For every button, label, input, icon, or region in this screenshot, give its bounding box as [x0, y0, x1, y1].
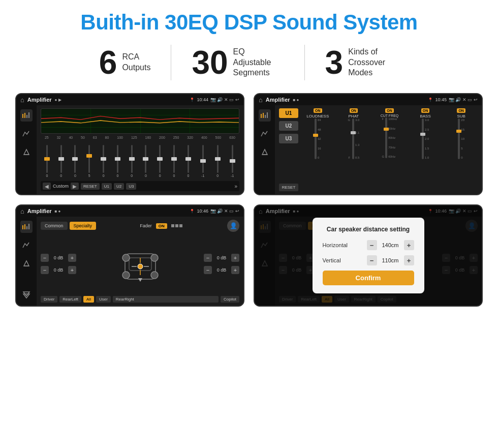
- crossover-icon-3[interactable]: [259, 146, 271, 158]
- crossover-dots: ■ ●: [293, 98, 299, 102]
- fader-vol1-minus[interactable]: −: [41, 254, 49, 262]
- fader-vol-row-1: − 0 dB +: [41, 254, 76, 262]
- fader-vol2-plus[interactable]: +: [68, 266, 76, 274]
- fader-vol4-minus[interactable]: −: [204, 266, 212, 274]
- dialog-horizontal-plus[interactable]: +: [404, 240, 414, 250]
- stat-number-eq: 30: [192, 46, 228, 79]
- screen-crossover: ⌂ Amplifier ■ ● 📍 10:45 📷 🔊 ✕ ▭ ↩: [254, 93, 483, 195]
- eq-slider-13[interactable]: 0: [216, 143, 219, 179]
- crossover-status-icons: 📷 🔊 ✕ ▭ ↩: [449, 97, 478, 102]
- crossover-u1[interactable]: U1: [279, 108, 298, 118]
- dialog-horizontal-value: 140cm: [379, 242, 402, 248]
- eq-slider-2[interactable]: 0: [60, 143, 62, 179]
- fader-tab-specialty[interactable]: Specialty: [70, 222, 97, 230]
- fader-user-btn[interactable]: User: [96, 296, 111, 303]
- dialog-horizontal-control: − 140cm +: [367, 240, 414, 250]
- fader-time: 10:46: [197, 208, 208, 214]
- dialog-vertical-label: Vertical: [323, 257, 341, 263]
- fader-copilot-btn[interactable]: Copilot: [221, 296, 239, 303]
- fader-rearleft-btn[interactable]: RearLeft: [59, 296, 81, 303]
- eq-slider-9[interactable]: 0: [159, 143, 161, 179]
- eq-slider-12[interactable]: -1: [201, 143, 204, 179]
- eq-slider-5[interactable]: 0: [103, 143, 105, 179]
- svg-point-27: [122, 272, 130, 279]
- crossover-icon-2[interactable]: [259, 128, 271, 140]
- fader-app-title: Amplifier: [27, 208, 52, 214]
- fader-vol-row-3: − 0 dB +: [204, 254, 239, 262]
- dialog-horizontal-row: Horizontal − 140cm +: [323, 240, 414, 250]
- eq-slider-1[interactable]: 0: [46, 143, 48, 179]
- dialog-horizontal-minus[interactable]: −: [367, 240, 377, 250]
- eq-slider-10[interactable]: 0: [173, 143, 175, 179]
- home-icon[interactable]: ⌂: [20, 96, 24, 104]
- eq-u1-btn[interactable]: U1: [102, 183, 112, 190]
- dialog-vertical-value: 110cm: [379, 257, 402, 263]
- crossover-home-icon[interactable]: ⌂: [259, 96, 263, 104]
- fader-icon-4[interactable]: [20, 289, 33, 302]
- eq-slider-7[interactable]: 0: [131, 143, 133, 179]
- fader-vol4-plus[interactable]: +: [231, 266, 239, 274]
- dialog-horizontal-label: Horizontal: [323, 242, 348, 248]
- fader-vol1-plus[interactable]: +: [68, 254, 76, 262]
- crossover-u2[interactable]: U2: [279, 121, 298, 131]
- fader-side-panel: [16, 217, 37, 306]
- fader-icon-2[interactable]: [20, 239, 33, 251]
- eq-icon-2[interactable]: [20, 128, 33, 140]
- dialog-overlay: Car speaker distance setting Horizontal …: [255, 205, 482, 306]
- fader-icon-1[interactable]: [20, 221, 33, 233]
- eq-slider-14[interactable]: -1: [231, 143, 234, 179]
- fader-all-btn[interactable]: All: [83, 296, 94, 303]
- fader-vol3-plus[interactable]: +: [231, 254, 239, 262]
- eq-next-btn[interactable]: ▶: [71, 183, 79, 190]
- fader-vol3-minus[interactable]: −: [204, 254, 212, 262]
- fader-dots: ■ ●: [55, 209, 61, 214]
- fader-profile-icon[interactable]: 👤: [227, 220, 239, 232]
- dialog-vertical-control: − 110cm +: [367, 255, 414, 265]
- fader-home-icon[interactable]: ⌂: [20, 207, 24, 215]
- eq-slider-4[interactable]: 5: [88, 143, 90, 179]
- crossover-status-bar: ⌂ Amplifier ■ ● 📍 10:45 📷 🔊 ✕ ▭ ↩: [255, 94, 482, 105]
- eq-icon-3[interactable]: [20, 146, 33, 158]
- eq-slider-8[interactable]: 0: [145, 143, 147, 179]
- pin-icon: 📍: [190, 98, 195, 102]
- fader-rearright-btn[interactable]: RearRight: [113, 296, 219, 303]
- crossover-content: U1 U2 U3 RESET ON LOUDNESS: [255, 105, 482, 194]
- eq-content: 253240506380100125160200250320400500630 …: [16, 105, 243, 194]
- eq-u2-btn[interactable]: U2: [114, 183, 124, 190]
- fader-content: Common Specialty Fader ON 👤: [16, 217, 243, 306]
- fader-icon-3[interactable]: [20, 257, 33, 270]
- car-speaker-dialog: Car speaker distance setting Horizontal …: [313, 218, 424, 293]
- fader-top-row: Common Specialty Fader ON 👤: [41, 220, 239, 232]
- fader-tab-common[interactable]: Common: [41, 222, 68, 230]
- screen-dialog: ⌂ Amplifier ■ ● 📍 10:46 📷 🔊 ✕ ▭ ↩: [254, 204, 483, 307]
- stat-text-crossover: Kinds ofCrossover Modes: [348, 47, 399, 78]
- eq-main-area: 253240506380100125160200250320400500630 …: [37, 105, 243, 194]
- eq-reset-btn[interactable]: RESET: [81, 183, 100, 190]
- eq-icon-1[interactable]: [20, 109, 33, 122]
- eq-sliders[interactable]: 0 0 0 5 0 0 0 0 0 0 0 -1 0 -1: [41, 141, 239, 181]
- dialog-vertical-plus[interactable]: +: [404, 255, 414, 265]
- eq-slider-11[interactable]: 0: [187, 143, 189, 179]
- dialog-confirm-button[interactable]: Confirm: [323, 271, 414, 285]
- fader-label: Fader: [140, 223, 152, 228]
- dialog-vertical-minus[interactable]: −: [367, 255, 377, 265]
- fader-layout: − 0 dB + − 0 dB +: [41, 235, 239, 293]
- crossover-reset[interactable]: RESET: [279, 184, 298, 191]
- fader-vol2-minus[interactable]: −: [41, 266, 49, 274]
- fader-driver-btn[interactable]: Driver: [41, 296, 57, 303]
- crossover-icon-1[interactable]: [259, 109, 271, 122]
- crossover-app-title: Amplifier: [266, 97, 290, 103]
- screens-grid: ⌂ Amplifier ● ▶ 📍 10:44 📷 🔊 ✕ ▭ ↩: [15, 93, 483, 307]
- fader-on-badge[interactable]: ON: [156, 223, 167, 229]
- dialog-title: Car speaker distance setting: [323, 226, 414, 233]
- fader-bottom-row: Driver RearLeft All User RearRight Copil…: [41, 296, 239, 303]
- eq-prev-btn[interactable]: ◀: [43, 183, 51, 190]
- eq-status-center: 📍 10:44 📷 🔊 ✕ ▭ ↩: [190, 97, 239, 102]
- ch-loudness: ON LOUDNESS 644832160: [301, 108, 334, 159]
- crossover-status-left: ⌂ Amplifier ■ ●: [259, 96, 299, 104]
- fader-status-bar: ⌂ Amplifier ■ ● 📍 10:46 📷 🔊 ✕ ▭ ↩: [16, 205, 243, 217]
- eq-slider-3[interactable]: 0: [74, 143, 76, 179]
- crossover-u3[interactable]: U3: [279, 134, 298, 143]
- eq-slider-6[interactable]: 0: [116, 143, 118, 179]
- eq-u3-btn[interactable]: U3: [126, 183, 136, 190]
